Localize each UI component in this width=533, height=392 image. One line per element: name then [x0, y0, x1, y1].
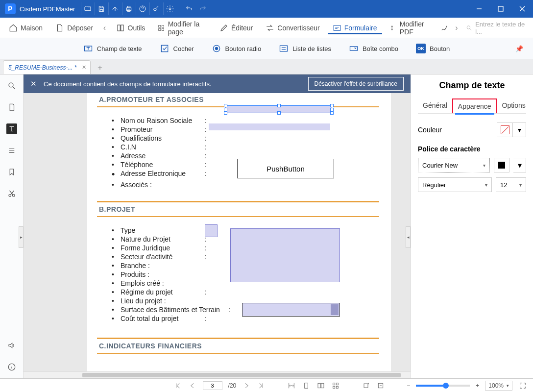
ribbon-home[interactable]: Maison	[4, 22, 48, 34]
svg-rect-13	[334, 25, 340, 30]
tab-appearance[interactable]: Apparence	[452, 98, 497, 113]
ribbon-modpdf[interactable]: Modifier PDF	[385, 18, 436, 38]
svg-rect-11	[159, 28, 161, 30]
tool-checkbox[interactable]: Cocher	[160, 44, 194, 53]
text-panel-icon[interactable]	[6, 123, 17, 134]
actual-size-icon[interactable]	[376, 381, 385, 390]
tool-text-field[interactable]: Champ de texte	[83, 44, 142, 53]
search-panel-icon[interactable]	[6, 80, 17, 91]
page-input[interactable]	[203, 381, 222, 390]
disable-highlight-button[interactable]: Désactiver l'effet de surbrillance	[308, 77, 404, 91]
text-field[interactable]	[209, 123, 330, 130]
fit-width-icon[interactable]	[287, 381, 296, 390]
ribbon-tools[interactable]: Outils	[111, 22, 150, 34]
collapse-right-panel[interactable]: ◂	[406, 226, 411, 248]
svg-rect-9	[159, 25, 161, 27]
search-input[interactable]: Entrez le texte de l...	[466, 21, 529, 35]
section-b-header: B.PROJET	[97, 201, 379, 217]
grid-view-icon[interactable]	[331, 381, 340, 390]
svg-rect-20	[350, 47, 358, 50]
two-page-icon[interactable]	[316, 381, 325, 390]
rotate-icon[interactable]	[362, 381, 370, 390]
zoom-out-icon[interactable]: −	[407, 382, 410, 389]
chevron-left-icon[interactable]: ‹	[101, 24, 108, 32]
zoom-slider[interactable]	[416, 385, 470, 387]
font-color-swatch[interactable]	[494, 158, 509, 172]
svg-point-18	[215, 48, 218, 50]
svg-rect-16	[161, 45, 168, 51]
text-field-selected[interactable]	[225, 105, 332, 113]
ribbon-modpage[interactable]: Modifier la page	[153, 18, 212, 38]
fullscreen-icon[interactable]	[518, 381, 527, 390]
maximize-button[interactable]	[490, 0, 511, 18]
ribbon-form[interactable]: Formulaire	[328, 22, 382, 34]
expand-left-panel[interactable]: ▸	[19, 226, 24, 248]
svg-rect-27	[321, 383, 324, 388]
key-icon[interactable]	[149, 2, 162, 15]
pin-icon[interactable]: 📌	[515, 45, 523, 52]
outline-panel-icon[interactable]	[6, 145, 17, 156]
tool-radio[interactable]: Bouton radio	[212, 44, 262, 53]
zoom-select[interactable]: 100%▾	[485, 381, 512, 391]
ribbon-convert[interactable]: Convertisseur	[261, 22, 324, 34]
first-page-icon[interactable]	[173, 381, 182, 390]
prev-page-icon[interactable]	[188, 381, 197, 390]
svg-rect-26	[318, 383, 320, 388]
checkbox-field[interactable]	[205, 224, 218, 237]
horizontal-scrollbar[interactable]	[24, 371, 411, 378]
svg-rect-29	[337, 383, 339, 385]
font-style-select[interactable]: Régulier▾	[418, 177, 492, 192]
info-icon[interactable]	[6, 362, 17, 372]
undo-icon[interactable]	[183, 2, 195, 15]
color-none-swatch[interactable]	[497, 122, 512, 137]
minimize-button[interactable]	[468, 0, 490, 18]
banner-close-icon[interactable]: ✕	[30, 79, 37, 88]
open-icon[interactable]	[81, 2, 94, 15]
document-tab[interactable]: 5_RESUME-Business-... *✕	[3, 60, 91, 74]
save-icon[interactable]	[95, 2, 107, 15]
page-total: /20	[228, 382, 237, 389]
tool-listbox[interactable]: Liste de listes	[279, 44, 331, 53]
svg-point-14	[467, 25, 470, 28]
share-icon[interactable]	[108, 2, 121, 15]
tab-general[interactable]: Général	[418, 98, 452, 113]
svg-rect-19	[280, 46, 288, 51]
color-dropdown[interactable]: ▾	[512, 122, 526, 137]
font-select[interactable]: Courier New▾	[418, 158, 490, 172]
combobox-field[interactable]	[242, 303, 340, 317]
ribbon-file[interactable]: Déposer	[50, 22, 98, 34]
last-page-icon[interactable]	[257, 381, 266, 390]
close-tab-icon[interactable]: ✕	[82, 64, 86, 71]
svg-rect-0	[126, 8, 131, 10]
ribbon-editor[interactable]: Éditeur	[215, 22, 258, 34]
bookmark-panel-icon[interactable]	[6, 167, 17, 177]
listbox-field[interactable]	[230, 228, 340, 282]
single-page-icon[interactable]	[302, 381, 311, 390]
svg-rect-31	[337, 386, 339, 388]
sound-icon[interactable]	[6, 340, 17, 351]
font-label: Police de caractère	[418, 145, 526, 153]
redo-icon[interactable]	[196, 2, 209, 15]
font-size-select[interactable]: 12▾	[496, 177, 526, 192]
color-label: Couleur	[418, 126, 442, 134]
svg-rect-30	[333, 386, 335, 388]
help-icon[interactable]	[136, 2, 148, 15]
chevron-right-icon[interactable]: ›	[453, 24, 460, 32]
app-title: Cisdem PDFMaster	[20, 5, 75, 13]
push-button-field[interactable]: PushButton	[237, 159, 334, 178]
settings-icon[interactable]	[163, 2, 176, 15]
tab-options[interactable]: Options	[497, 98, 531, 113]
tool-combobox[interactable]: Boîte combo	[349, 44, 398, 53]
font-color-dropdown[interactable]: ▾	[513, 158, 526, 172]
print-icon[interactable]	[122, 2, 135, 15]
svg-rect-6	[498, 6, 503, 11]
cut-icon[interactable]	[6, 188, 17, 199]
next-page-icon[interactable]	[242, 381, 251, 390]
svg-rect-32	[364, 384, 368, 388]
zoom-in-icon[interactable]: +	[476, 382, 479, 389]
ribbon-sign[interactable]	[439, 22, 450, 34]
pages-panel-icon[interactable]	[6, 102, 17, 113]
close-button[interactable]	[511, 0, 533, 18]
add-tab-button[interactable]: ＋	[94, 61, 106, 74]
tool-button[interactable]: OKBouton	[416, 44, 450, 53]
